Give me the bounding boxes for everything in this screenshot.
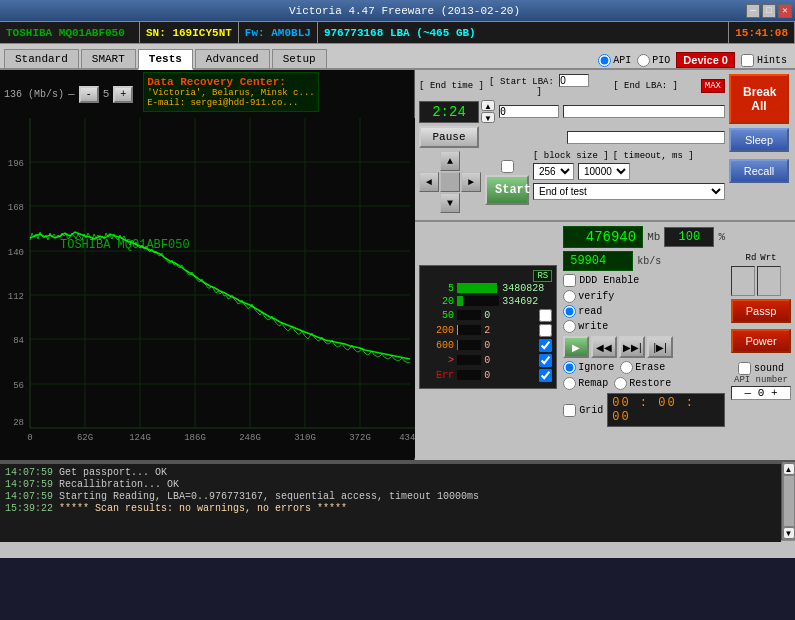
arrow-left-btn[interactable]: ◄: [419, 172, 439, 192]
passp-button[interactable]: Passp: [731, 299, 791, 323]
power-button[interactable]: Power: [731, 329, 791, 353]
max-label[interactable]: MAX: [701, 79, 725, 93]
ignore-radio-label[interactable]: Ignore: [563, 361, 614, 374]
timeout-select[interactable]: 10000500020000: [578, 163, 630, 180]
write-radio[interactable]: [563, 320, 576, 333]
verify-radio[interactable]: [563, 290, 576, 303]
grid-check[interactable]: Grid: [563, 404, 603, 417]
svg-text:56: 56: [13, 381, 24, 391]
advert-line2: E-mail: sergei@hdd-911.co...: [147, 98, 314, 108]
play-button[interactable]: ▶: [563, 336, 589, 358]
maximize-button[interactable]: □: [762, 4, 776, 18]
tab-smart[interactable]: SMART: [81, 49, 136, 68]
start-lba-label: [ Start LBA: ]: [488, 74, 590, 97]
device-button[interactable]: Device 0: [676, 52, 735, 68]
hints-checkbox[interactable]: Hints: [741, 54, 787, 67]
log-scroll-thumb[interactable]: [784, 476, 794, 526]
arrow-checkbox[interactable]: [501, 160, 514, 173]
tab-advanced[interactable]: Advanced: [195, 49, 270, 68]
hist-600-check[interactable]: [539, 339, 552, 352]
time-up-btn[interactable]: ▲: [481, 100, 495, 111]
svg-text:248G: 248G: [239, 433, 261, 443]
hist-200-check[interactable]: [539, 324, 552, 337]
svg-text:112: 112: [8, 292, 24, 302]
tab-setup[interactable]: Setup: [272, 49, 327, 68]
remap-radio-label[interactable]: Remap: [563, 377, 608, 390]
restore-radio[interactable]: [614, 377, 627, 390]
speed-display: 59904: [563, 251, 633, 271]
chart-area: 136 (Mb/s) — - 5 + Data Recovery Center:…: [0, 70, 415, 460]
pause-button[interactable]: Pause: [419, 126, 479, 148]
ignore-radio[interactable]: [563, 361, 576, 374]
arrow-down-btn[interactable]: ▼: [440, 193, 460, 213]
pio-radio-label[interactable]: PIO: [637, 54, 670, 67]
svg-text:310G: 310G: [294, 433, 316, 443]
log-area: 14:07:59 Get passport... OK 14:07:59 Rec…: [0, 462, 781, 542]
minimize-button[interactable]: —: [746, 4, 760, 18]
arrow-up-btn[interactable]: ▲: [440, 151, 460, 171]
start-lba-value[interactable]: [499, 105, 559, 118]
tab-standard[interactable]: Standard: [4, 49, 79, 68]
pct-display: 100: [664, 227, 714, 247]
chart-plus-btn[interactable]: +: [113, 86, 133, 103]
start-lba-input[interactable]: [559, 74, 589, 87]
right-panel: [ End time ] [ Start LBA: ] [ End LBA: ]…: [415, 70, 795, 460]
read-radio-label[interactable]: read: [563, 305, 725, 318]
break-all-button[interactable]: Break All: [729, 74, 789, 124]
sound-check[interactable]: sound: [731, 362, 791, 375]
api-radio[interactable]: [598, 54, 611, 67]
pio-radio[interactable]: [637, 54, 650, 67]
start-button[interactable]: Start: [485, 175, 529, 205]
test-mode-select[interactable]: End of test: [533, 183, 725, 200]
end-button[interactable]: |▶|: [647, 336, 673, 358]
arrow-right-btn[interactable]: ►: [461, 172, 481, 192]
end-lba-value-top[interactable]: 976773167: [563, 105, 725, 118]
erase-radio[interactable]: [620, 361, 633, 374]
firmware: Fw: AM0BLJ: [239, 22, 318, 43]
ff-button[interactable]: ▶▶|: [619, 336, 645, 358]
chart-minus-btn[interactable]: -: [79, 86, 99, 103]
sleep-button[interactable]: Sleep: [729, 128, 789, 152]
chart-top-label: 136 (Mb/s): [4, 89, 64, 100]
progress-area: RS 5 3480828 20 334692 50: [415, 220, 795, 434]
performance-chart: 196 168 140 112 84 56 28 0 62G 124G 186G…: [0, 118, 415, 458]
hist-50-check[interactable]: [539, 309, 552, 322]
svg-text:28: 28: [13, 418, 24, 428]
hist-gt-check[interactable]: [539, 354, 552, 367]
drive-name: TOSHIBA MQ01ABF050: [0, 22, 140, 43]
block-size-select[interactable]: 256512128: [533, 163, 574, 180]
hist-err-check[interactable]: [539, 369, 552, 382]
remap-radio[interactable]: [563, 377, 576, 390]
close-button[interactable]: ✕: [778, 4, 792, 18]
log-scroll-down[interactable]: ▼: [783, 527, 795, 539]
serial-number: SN: 169ICY5NT: [140, 22, 239, 43]
block-size-label: [ block size ]: [533, 151, 609, 161]
restore-radio-label[interactable]: Restore: [614, 377, 671, 390]
erase-radio-label[interactable]: Erase: [620, 361, 665, 374]
arrow-center-btn[interactable]: [440, 172, 460, 192]
advert-line1: 'Victoria', Belarus, Minsk c...: [147, 88, 314, 98]
log-entry-3: 14:07:59 Starting Reading, LBA=0..976773…: [5, 491, 776, 502]
recall-button[interactable]: Recall: [729, 159, 789, 183]
log-entry-2: 14:07:59 Recallibration... OK: [5, 479, 776, 490]
window-controls[interactable]: — □ ✕: [746, 4, 792, 18]
wrt-meter: [757, 266, 781, 296]
end-lba-label: [ End LBA: ]: [594, 81, 696, 91]
timer-display: 00 : 00 : 00: [607, 393, 725, 427]
log-scrollbar[interactable]: ▲ ▼: [781, 462, 795, 540]
write-radio-label[interactable]: write: [563, 320, 725, 333]
tab-tests[interactable]: Tests: [138, 49, 193, 70]
end-time-display: 2:24: [419, 101, 479, 123]
svg-text:434G: 434G: [399, 433, 415, 443]
main-area: 136 (Mb/s) — - 5 + Data Recovery Center:…: [0, 70, 795, 460]
end-lba-value-bottom[interactable]: 976773167: [567, 131, 725, 144]
read-radio[interactable]: [563, 305, 576, 318]
ddd-enable-check[interactable]: DDD Enable: [563, 274, 639, 287]
svg-text:124G: 124G: [129, 433, 151, 443]
rewind-button[interactable]: ◀◀: [591, 336, 617, 358]
svg-text:62G: 62G: [77, 433, 93, 443]
verify-radio-label[interactable]: verify: [563, 290, 725, 303]
time-down-btn[interactable]: ▼: [481, 112, 495, 123]
api-radio-label[interactable]: API: [598, 54, 631, 67]
log-scroll-up[interactable]: ▲: [783, 463, 795, 475]
